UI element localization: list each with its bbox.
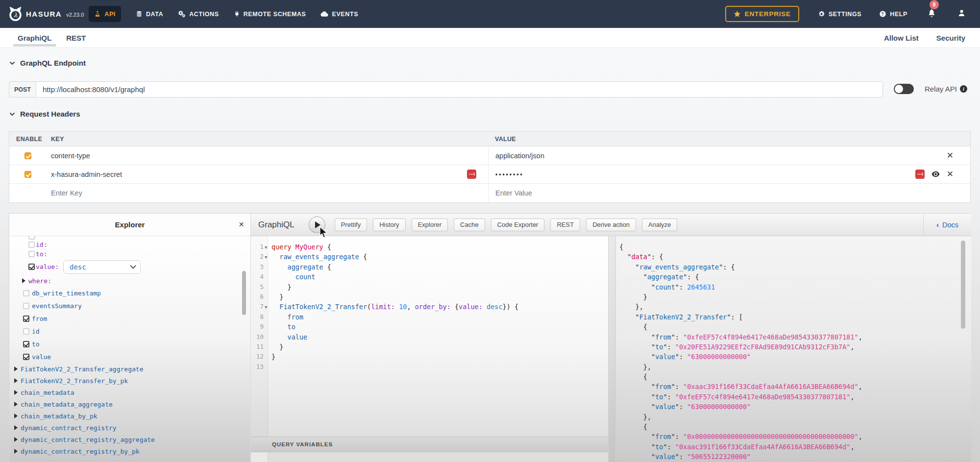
expand-arrow-icon[interactable] (22, 278, 25, 283)
node-label[interactable]: chain_metadata_aggregate (21, 401, 113, 408)
field-label[interactable]: id (32, 328, 40, 335)
node-label[interactable]: chain_metadata_by_pk (21, 413, 98, 420)
fold-arrow-icon[interactable]: ▼ (265, 302, 267, 312)
hasura-brand[interactable]: λ HASURA v2.23.0 (8, 6, 84, 22)
reveal-value-button[interactable] (931, 171, 940, 177)
link-security[interactable]: Security (936, 34, 965, 42)
field-checkbox[interactable] (23, 341, 29, 347)
field-checkbox[interactable] (23, 290, 29, 296)
expand-arrow-icon[interactable] (14, 378, 18, 383)
editor-line[interactable]: 13 (251, 362, 608, 372)
node-label[interactable]: FiatTokenV2_2_Transfer_by_pk (21, 377, 128, 385)
toolbar-button-history[interactable]: History (373, 219, 405, 231)
editor-line[interactable]: 3 aggregate { (251, 262, 608, 272)
remove-header-button[interactable]: ✕ (947, 170, 954, 178)
arg-label[interactable]: value: (36, 263, 59, 270)
field-checkbox[interactable] (23, 303, 29, 309)
arg-checkbox[interactable] (28, 242, 35, 248)
field-checkbox[interactable] (28, 236, 35, 240)
editor-line[interactable]: 12} (251, 352, 608, 362)
editor-line[interactable]: 7▼ FiatTokenV2_2_Transfer(limit: 10, ord… (251, 302, 608, 312)
nav-item-api[interactable]: API (89, 6, 121, 22)
arg-checkbox[interactable] (28, 251, 35, 257)
editor-line[interactable]: 10 value (251, 332, 608, 342)
enterprise-button[interactable]: ENTERPRISE (725, 6, 799, 22)
help-button[interactable]: HELP (879, 10, 907, 18)
toolbar-button-code-exporter[interactable]: Code Exporter (491, 219, 545, 231)
enable-checkbox[interactable] (24, 152, 31, 159)
nav-item-events[interactable]: EVENTS (320, 10, 358, 18)
editor-line[interactable]: 8 from (251, 312, 608, 322)
arg-checkbox[interactable] (28, 264, 35, 270)
editor-line[interactable]: 5 } (251, 282, 608, 292)
field-label[interactable]: db_write_timestamp (32, 290, 101, 297)
pane-resizer[interactable] (608, 236, 616, 462)
editor-line[interactable]: 6 } (251, 292, 608, 302)
new-value-input[interactable]: Enter Value (495, 189, 532, 197)
node-label[interactable]: FiatTokenV2_2_Transfer_aggregate (21, 365, 143, 373)
node-label[interactable]: chain_metadata (21, 389, 74, 396)
toolbar-button-analyze[interactable]: Analyze (642, 219, 677, 231)
field-checkbox[interactable] (23, 328, 29, 335)
fold-arrow-icon[interactable]: ▼ (265, 243, 267, 252)
endpoint-url-input[interactable]: http://localhost:8080/v1/graphql (36, 81, 883, 97)
remove-header-button[interactable]: ✕ (947, 151, 954, 160)
expand-arrow-icon[interactable] (14, 449, 18, 454)
arg-label[interactable]: to: (36, 250, 47, 258)
link-allow-list[interactable]: Allow List (884, 34, 919, 42)
node-label[interactable]: dynamic_contract_registry_by_pk (21, 448, 140, 455)
expand-arrow-icon[interactable] (14, 366, 18, 371)
field-label[interactable]: value (32, 353, 51, 361)
toolbar-button-rest[interactable]: REST (550, 219, 580, 231)
secret-env-icon[interactable] (915, 170, 925, 179)
tab-graphiql[interactable]: GraphiQL (13, 28, 56, 48)
expand-arrow-icon[interactable] (14, 413, 18, 418)
toolbar-button-cache[interactable]: Cache (454, 219, 485, 231)
nav-item-data[interactable]: DATA (136, 10, 163, 18)
expand-arrow-icon[interactable] (14, 425, 18, 430)
field-checkbox[interactable] (23, 316, 29, 322)
editor-line[interactable]: 11 } (251, 342, 608, 352)
query-variables-editor[interactable] (251, 452, 608, 462)
user-button[interactable] (957, 9, 966, 19)
field-label[interactable]: eventsSummary (32, 302, 82, 310)
fold-arrow-icon[interactable]: ▼ (265, 252, 267, 262)
field-label[interactable]: to (32, 340, 40, 348)
arg-label[interactable]: id: (36, 241, 47, 248)
explorer-scrollbar[interactable] (242, 271, 246, 315)
new-key-input[interactable]: Enter Key (51, 189, 82, 197)
enum-select[interactable]: desc (63, 260, 141, 274)
expand-arrow-icon[interactable] (14, 437, 18, 442)
field-label[interactable]: from (32, 315, 47, 322)
node-label[interactable]: dynamic_contract_registry (21, 424, 117, 432)
expand-arrow-icon[interactable] (14, 402, 18, 407)
editor-line[interactable]: 2▼ raw_events_aggregate { (251, 252, 608, 262)
field-checkbox[interactable] (23, 354, 29, 360)
query-variables-bar[interactable]: QUERY VARIABLES (251, 437, 608, 452)
expand-arrow-icon[interactable] (14, 390, 18, 395)
tab-rest[interactable]: REST (62, 28, 90, 48)
close-icon[interactable]: × (239, 219, 244, 229)
enable-checkbox[interactable] (24, 171, 31, 178)
headers-section-header[interactable]: Request Headers (9, 110, 80, 118)
docs-button[interactable]: ‹ Docs (923, 214, 971, 236)
info-icon[interactable]: i (960, 85, 967, 93)
arg-label[interactable]: where: (28, 277, 51, 285)
node-label[interactable]: dynamic_contract_registry_aggregate (21, 436, 155, 443)
result-scrollbar[interactable] (961, 241, 965, 329)
header-value[interactable]: application/json (495, 152, 544, 160)
nav-item-remote-schemas[interactable]: REMOTE SCHEMAS (234, 10, 306, 18)
editor-line[interactable]: 1▼query MyQuery { (251, 242, 608, 252)
toolbar-button-explorer[interactable]: Explorer (412, 219, 448, 231)
query-editor[interactable]: 1▼query MyQuery {2▼ raw_events_aggregate… (251, 236, 608, 462)
editor-line[interactable]: 4 count (251, 272, 608, 282)
header-key[interactable]: content-type (51, 152, 90, 160)
secret-env-icon[interactable] (467, 170, 476, 179)
toolbar-button-prettify[interactable]: Prettify (335, 219, 367, 231)
endpoint-section-header[interactable]: GraphQL Endpoint (9, 59, 86, 67)
relay-api-toggle[interactable] (894, 84, 914, 94)
notifications-button[interactable]: 8 (927, 8, 938, 20)
header-value[interactable]: •••••••• (495, 171, 524, 178)
toolbar-button-derive-action[interactable]: Derive action (586, 219, 636, 231)
nav-item-actions[interactable]: ACTIONS (178, 10, 219, 18)
